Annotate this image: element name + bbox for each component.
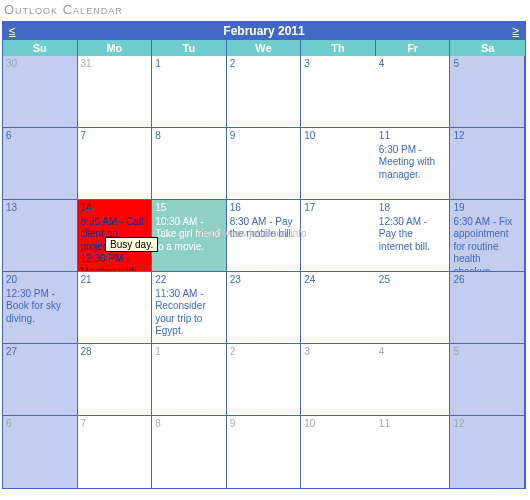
day-number: 15 [155, 202, 223, 215]
day-number: 4 [379, 346, 447, 359]
event-text: 10:30 AM - Take girl friend to a movie. [155, 216, 223, 254]
dow-mo: Mo [78, 40, 153, 56]
day-cell[interactable]: 4 [376, 56, 451, 128]
day-number: 8 [155, 418, 223, 431]
day-number: 1 [155, 346, 223, 359]
day-number: 18 [379, 202, 447, 215]
day-number: 17 [304, 202, 373, 215]
day-number: 23 [230, 274, 298, 287]
day-cell[interactable]: 4 [376, 344, 451, 416]
day-cell[interactable]: 25 [376, 272, 451, 344]
day-number: 8 [155, 130, 223, 143]
day-number: 13 [6, 202, 74, 215]
day-number: 6 [6, 418, 74, 431]
day-number: 14 [81, 202, 149, 215]
day-cell[interactable]: 8 [152, 416, 227, 488]
day-number: 9 [230, 418, 298, 431]
day-cell[interactable]: 148:30 AM - Call client on project statu… [78, 200, 153, 272]
day-cell[interactable]: 2012:30 PM - Book for sky diving. [3, 272, 78, 344]
day-number: 3 [304, 58, 373, 71]
event-text: 12:30 AM - Pay the internet bill. [379, 216, 447, 254]
day-cell[interactable]: 7 [78, 416, 153, 488]
day-cell[interactable]: 28 [78, 344, 153, 416]
event-text: 12:30 PM - Book for sky diving. [6, 288, 74, 326]
day-number: 2 [230, 58, 298, 71]
day-cell[interactable]: 196:30 AM - Fix appointment for routine … [450, 200, 525, 272]
day-cell[interactable]: 10 [301, 128, 376, 200]
day-cell[interactable]: 5 [450, 344, 525, 416]
event-text: 6:30 PM - Meeting with manager. [379, 144, 447, 182]
day-number: 6 [6, 130, 74, 143]
day-cell[interactable]: 6 [3, 128, 78, 200]
day-number: 4 [379, 58, 447, 71]
day-number: 7 [81, 418, 149, 431]
day-cell[interactable]: 1 [152, 344, 227, 416]
day-number: 28 [81, 346, 149, 359]
day-number: 2 [230, 346, 298, 359]
day-cell[interactable]: 168:30 AM - Pay the mobile bill. [227, 200, 302, 272]
day-cell[interactable]: 24 [301, 272, 376, 344]
day-number: 16 [230, 202, 298, 215]
day-cell[interactable]: 3 [301, 56, 376, 128]
day-cell[interactable]: 1812:30 AM - Pay the internet bill. [376, 200, 451, 272]
day-number: 3 [304, 346, 373, 359]
day-cell[interactable]: 6 [3, 416, 78, 488]
dow-we: We [227, 40, 302, 56]
day-of-week-row: Su Mo Tu We Th Fr Sa [3, 40, 525, 56]
day-cell[interactable]: 17 [301, 200, 376, 272]
day-cell[interactable]: 1510:30 AM - Take girl friend to a movie… [152, 200, 227, 272]
day-number: 24 [304, 274, 373, 287]
event-text: 6:30 AM - Fix appointment for routine he… [453, 216, 521, 273]
day-cell[interactable]: 12 [450, 416, 525, 488]
day-cell[interactable]: 30 [3, 56, 78, 128]
day-cell[interactable]: 2 [227, 56, 302, 128]
calendar: ≤ February 2011 ≥ Su Mo Tu We Th Fr Sa ©… [2, 21, 526, 489]
day-cell[interactable]: 11 [376, 416, 451, 488]
day-cell[interactable]: 116:30 PM - Meeting with manager. [376, 128, 451, 200]
day-number: 7 [81, 130, 149, 143]
day-number: 22 [155, 274, 223, 287]
calendar-header: ≤ February 2011 ≥ [3, 22, 525, 40]
day-cell[interactable]: 12 [450, 128, 525, 200]
dow-tu: Tu [152, 40, 227, 56]
day-number: 25 [379, 274, 447, 287]
day-cell[interactable]: 5 [450, 56, 525, 128]
dow-su: Su [3, 40, 78, 56]
day-number: 10 [304, 130, 373, 143]
day-cell[interactable]: 2211:30 AM - Reconsider your trip to Egy… [152, 272, 227, 344]
day-number: 11 [379, 418, 447, 431]
day-cell[interactable]: 27 [3, 344, 78, 416]
day-cell[interactable]: 10 [301, 416, 376, 488]
day-cell[interactable]: 7 [78, 128, 153, 200]
month-label: February 2011 [3, 22, 525, 40]
day-number: 30 [6, 58, 74, 71]
next-month-button[interactable]: ≥ [506, 22, 525, 40]
app-title: Outlook Calendar [0, 0, 530, 21]
calendar-grid: ©http://www.jebarson.info Busy day. 3031… [3, 56, 525, 488]
event-text: 8:30 AM - Pay the mobile bill. [230, 216, 298, 241]
day-cell[interactable]: 13 [3, 200, 78, 272]
event-text: 11:30 AM - Reconsider your trip to Egypt… [155, 288, 223, 338]
day-number: 20 [6, 274, 74, 287]
day-cell[interactable]: 8 [152, 128, 227, 200]
day-cell[interactable]: 31 [78, 56, 153, 128]
dow-fr: Fr [376, 40, 451, 56]
day-number: 1 [155, 58, 223, 71]
day-cell[interactable]: 3 [301, 344, 376, 416]
day-number: 21 [81, 274, 149, 287]
day-cell[interactable]: 26 [450, 272, 525, 344]
day-cell[interactable]: 2 [227, 344, 302, 416]
day-number: 10 [304, 418, 373, 431]
day-cell[interactable]: 1 [152, 56, 227, 128]
day-cell[interactable]: 9 [227, 128, 302, 200]
day-number: 12 [453, 130, 521, 143]
prev-month-button[interactable]: ≤ [3, 22, 22, 40]
day-number: 31 [81, 58, 149, 71]
day-number: 5 [453, 58, 521, 71]
day-number: 12 [453, 418, 521, 431]
day-cell[interactable]: 23 [227, 272, 302, 344]
day-cell[interactable]: 9 [227, 416, 302, 488]
day-cell[interactable]: 21 [78, 272, 153, 344]
tooltip: Busy day. [105, 237, 158, 252]
day-number: 19 [453, 202, 521, 215]
